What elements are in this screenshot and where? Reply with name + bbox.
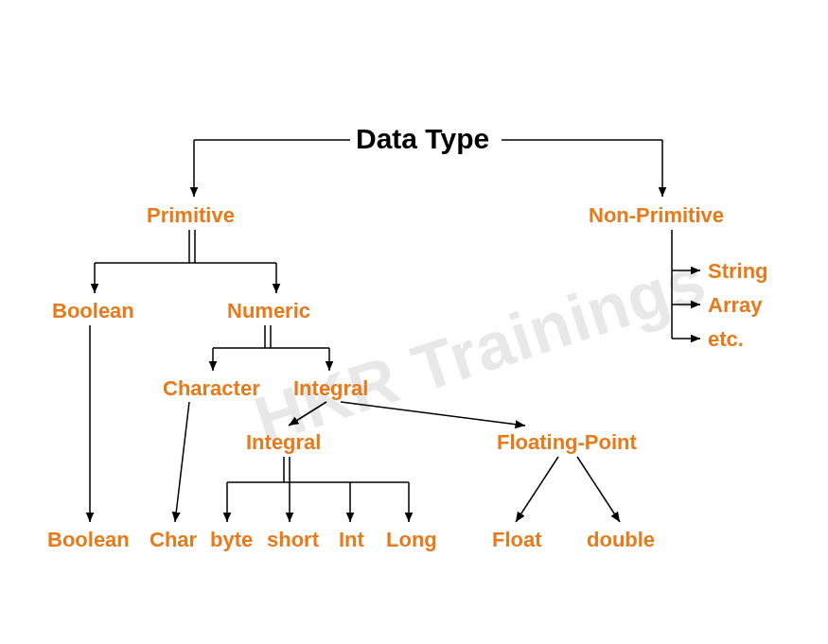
- node-float: Float: [492, 528, 542, 552]
- node-boolean-category: Boolean: [52, 299, 134, 323]
- svg-line-19: [341, 402, 525, 426]
- node-floating-point: Floating-Point: [497, 430, 637, 455]
- svg-line-29: [516, 457, 558, 522]
- node-long: Long: [386, 528, 437, 552]
- node-numeric: Numeric: [227, 299, 310, 323]
- svg-line-30: [577, 457, 620, 522]
- node-double: double: [587, 528, 655, 552]
- node-boolean-leaf: Boolean: [47, 528, 130, 552]
- node-root-datatype: Data Type: [356, 123, 489, 155]
- node-non-primitive: Non-Primitive: [589, 203, 724, 228]
- node-short: short: [267, 528, 319, 552]
- node-array: Array: [708, 293, 762, 318]
- node-etc: etc.: [708, 327, 744, 352]
- node-integral-lower: Integral: [246, 430, 321, 455]
- node-integral-upper: Integral: [293, 376, 368, 401]
- svg-line-21: [175, 402, 189, 522]
- node-string: String: [708, 259, 768, 284]
- node-int: Int: [339, 528, 364, 552]
- node-character: Character: [163, 376, 260, 401]
- node-primitive: Primitive: [147, 203, 235, 228]
- node-char: Char: [150, 528, 197, 552]
- node-byte: byte: [210, 528, 253, 552]
- svg-line-18: [289, 402, 326, 426]
